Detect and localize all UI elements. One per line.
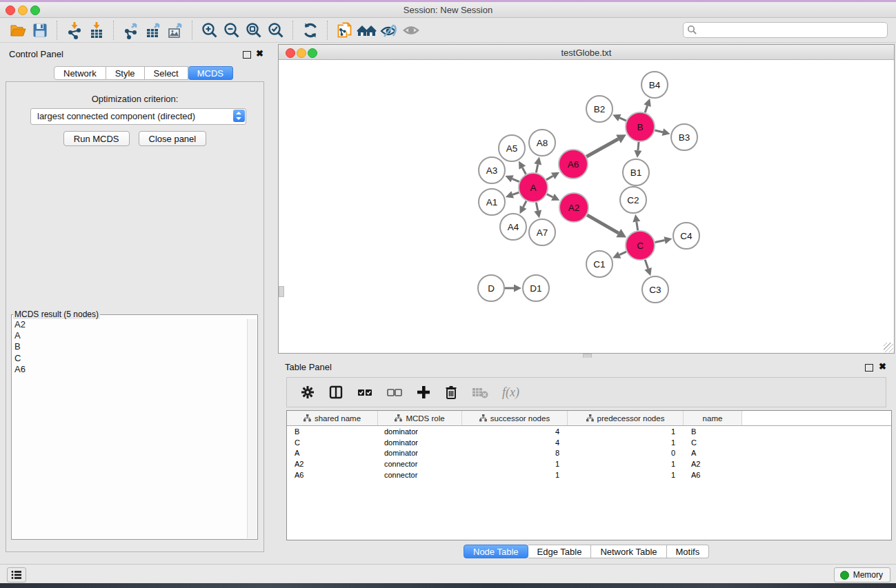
zoom-out-button[interactable]	[221, 20, 243, 41]
table-cell[interactable]: A2	[684, 460, 742, 468]
first-neighbors-button[interactable]	[356, 20, 378, 41]
table-cell[interactable]: connector	[378, 471, 462, 479]
column-header-shared-name[interactable]: shared name	[287, 411, 378, 425]
mcds-result-item[interactable]: A2	[12, 319, 247, 330]
column-header-mcds-role[interactable]: MCDS role	[378, 411, 462, 425]
new-network-from-selection-button[interactable]	[334, 20, 356, 41]
graph-edge[interactable]	[655, 130, 662, 132]
save-session-button[interactable]	[29, 20, 51, 41]
graph-edge[interactable]	[586, 139, 618, 157]
table-cell[interactable]: 1	[568, 471, 684, 479]
close-panel-button[interactable]: Close panel	[139, 131, 207, 146]
open-file-button[interactable]	[7, 20, 29, 41]
table-row[interactable]: Cdominator41C	[287, 437, 891, 448]
zoom-selected-button[interactable]	[265, 20, 287, 41]
close-panel-icon[interactable]: ✖	[256, 48, 263, 59]
export-network-button[interactable]	[120, 20, 142, 41]
column-header-successor-nodes[interactable]: successor nodes	[462, 411, 568, 425]
deselect-all-rows-icon[interactable]	[386, 385, 403, 400]
table-cell[interactable]: B	[287, 427, 378, 436]
zoom-fit-button[interactable]	[243, 20, 265, 41]
table-cell[interactable]: 1	[462, 460, 568, 468]
table-cell[interactable]: dominator	[378, 438, 462, 447]
criterion-select[interactable]: largest connected component (directed)	[30, 108, 246, 125]
tab-motifs[interactable]: Motifs	[667, 545, 710, 558]
graph-edge[interactable]	[536, 203, 537, 211]
table-row[interactable]: Bdominator41B	[287, 426, 891, 437]
table-cell[interactable]: A2	[287, 460, 378, 468]
table-cell[interactable]: 1	[462, 471, 568, 479]
graph-edge[interactable]	[587, 215, 619, 233]
graph-edge[interactable]	[638, 142, 639, 150]
table-cell[interactable]: dominator	[378, 449, 462, 457]
table-row[interactable]: A2connector11A2	[287, 458, 891, 469]
delete-column-trash-icon[interactable]	[444, 385, 458, 400]
table-cell[interactable]: 4	[462, 438, 568, 447]
zoom-in-button[interactable]	[199, 20, 221, 41]
tab-network[interactable]: Network	[54, 66, 106, 80]
export-image-button[interactable]	[164, 20, 186, 41]
table-cell[interactable]: B	[684, 427, 742, 436]
select-stepper-icon[interactable]	[233, 110, 245, 122]
graph-edge[interactable]	[546, 176, 553, 180]
tab-select[interactable]: Select	[145, 66, 188, 80]
hide-selected-button[interactable]	[378, 20, 400, 41]
import-network-button[interactable]	[63, 20, 86, 41]
table-row[interactable]: A6connector11A6	[287, 469, 891, 480]
table-cell[interactable]: dominator	[378, 427, 462, 436]
graph-edge[interactable]	[619, 118, 626, 121]
mcds-result-item[interactable]: A6	[12, 364, 247, 375]
graph-edge[interactable]	[512, 179, 519, 181]
window-resize-grip-icon[interactable]	[884, 343, 893, 352]
export-table-button[interactable]	[142, 20, 164, 41]
graph-edge[interactable]	[645, 105, 647, 112]
show-column-panel-icon[interactable]	[328, 385, 344, 400]
table-row[interactable]: Adominator80A	[287, 447, 891, 458]
graph-edge[interactable]	[619, 252, 626, 255]
table-cell[interactable]: A	[684, 449, 742, 457]
table-cell[interactable]: connector	[378, 460, 462, 468]
table-cell[interactable]: 0	[568, 449, 684, 457]
graph-edge[interactable]	[522, 168, 526, 174]
tab-network-table[interactable]: Network Table	[591, 545, 666, 558]
table-cell[interactable]: 1	[568, 438, 684, 447]
mcds-result-item[interactable]: C	[12, 353, 247, 364]
show-all-button[interactable]	[400, 20, 422, 41]
table-cell[interactable]: A6	[684, 471, 742, 479]
search-field[interactable]	[683, 22, 888, 38]
graph-edge[interactable]	[536, 164, 537, 172]
graph-edge[interactable]	[645, 260, 648, 269]
table-cell[interactable]: A	[287, 449, 378, 457]
table-cell[interactable]: C	[287, 438, 378, 447]
float-table-panel-icon[interactable]	[865, 364, 873, 372]
table-cell[interactable]: 8	[462, 449, 568, 457]
import-table-button[interactable]	[86, 20, 108, 41]
splitter-grip-icon[interactable]	[279, 286, 284, 297]
graph-edge[interactable]	[512, 192, 519, 194]
float-panel-icon[interactable]	[243, 51, 251, 59]
run-mcds-button[interactable]: Run MCDS	[63, 131, 130, 146]
table-cell[interactable]: A6	[287, 471, 378, 479]
task-history-button[interactable]	[7, 567, 26, 582]
mcds-result-item[interactable]: B	[12, 341, 247, 352]
tab-edge-table[interactable]: Edge Table	[528, 545, 592, 558]
table-settings-gear-icon[interactable]	[300, 385, 315, 400]
table-cell[interactable]: 4	[462, 427, 568, 436]
add-column-icon[interactable]	[416, 385, 431, 400]
memory-button[interactable]: Memory	[834, 567, 890, 582]
graph-edge[interactable]	[637, 222, 638, 231]
select-all-rows-icon[interactable]	[357, 385, 373, 400]
column-header-predecessor-nodes[interactable]: predecessor nodes	[568, 411, 684, 425]
graph-edge[interactable]	[524, 201, 527, 207]
network-canvas[interactable]: B4B2BB3A8A5A6B1A3AC2A1A2A4A7C4CC1C3DD1	[279, 60, 894, 353]
search-input[interactable]	[700, 23, 882, 37]
tab-node-table[interactable]: Node Table	[464, 545, 528, 558]
apply-preferred-layout-button[interactable]	[299, 20, 321, 41]
mcds-result-item[interactable]: A	[12, 330, 247, 341]
close-table-panel-icon[interactable]: ✖	[879, 361, 886, 372]
table-cell[interactable]: C	[684, 438, 742, 447]
table-cell[interactable]: 1	[568, 427, 684, 436]
tab-mcds[interactable]: MCDS	[188, 66, 233, 80]
column-header-name[interactable]: name	[684, 411, 742, 425]
result-list-scrollbar[interactable]	[247, 319, 257, 538]
